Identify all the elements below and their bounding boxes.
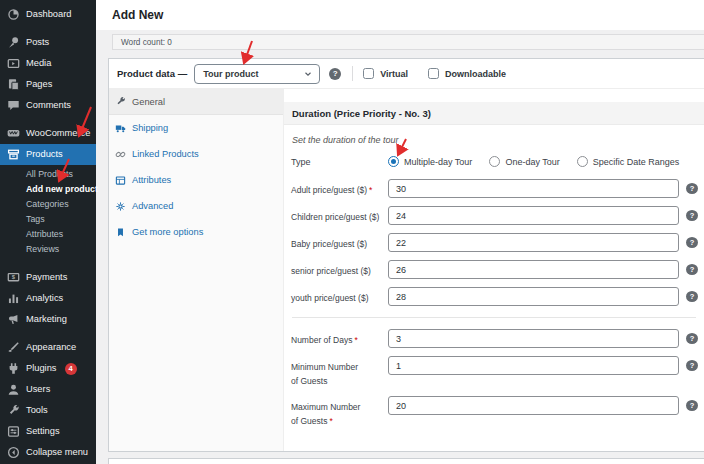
input-number-of-days[interactable] <box>388 329 679 348</box>
posts-icon <box>7 36 20 49</box>
input-maximum-number-of-guests[interactable] <box>388 396 679 415</box>
attributes-icon <box>115 175 126 186</box>
sidebar-item-users[interactable]: Users <box>0 379 96 400</box>
sidebar-item-posts[interactable]: Posts <box>0 32 96 53</box>
help-icon[interactable]: ? <box>686 333 698 344</box>
sidebar-item-label: Media <box>26 58 51 69</box>
virtual-checkbox-row[interactable]: Virtual <box>363 68 408 79</box>
input-baby-price-guest[interactable] <box>388 233 679 252</box>
tab-linked-products[interactable]: Linked Products <box>109 141 283 167</box>
appearance-icon <box>7 341 20 354</box>
tour-type-label: Type <box>291 157 388 167</box>
input-minimum-number-of-guests[interactable] <box>388 356 679 375</box>
sidebar-subitem-all-products[interactable]: All Products <box>0 166 96 181</box>
sidebar-item-dashboard[interactable]: Dashboard <box>0 4 96 25</box>
section-heading: Duration (Price Priority - No. 3) <box>284 102 704 125</box>
help-icon[interactable]: ? <box>686 360 698 371</box>
checkbox-label: Virtual <box>380 69 408 79</box>
sidebar-item-settings[interactable]: Settings <box>0 421 96 442</box>
media-icon <box>7 57 20 70</box>
product-type-select[interactable]: Tour product <box>194 64 320 84</box>
general-tab-content: Duration (Price Priority - No. 3) Set th… <box>284 89 704 451</box>
sidebar-item-label: Appearance <box>26 342 76 353</box>
input-children-price-guest[interactable] <box>388 206 679 225</box>
shipping-icon <box>115 123 126 134</box>
required-asterisk: * <box>369 185 372 195</box>
woocommerce-icon <box>7 127 20 140</box>
sidebar-item-collapse-menu[interactable]: Collapse menu <box>0 442 96 463</box>
radio-specific-date-ranges[interactable]: Specific Date Ranges <box>577 156 680 167</box>
radio-one-day-tour[interactable]: One-day Tour <box>489 156 559 167</box>
virtual-checkbox[interactable] <box>363 68 374 79</box>
help-icon[interactable]: ? <box>329 68 341 80</box>
product-type-value: Tour product <box>203 69 258 79</box>
next-panel-edge <box>108 458 704 464</box>
radio-circle[interactable] <box>388 156 399 167</box>
tab-label: General <box>132 97 165 107</box>
tab-advanced[interactable]: Advanced <box>109 193 283 219</box>
help-icon[interactable]: ? <box>686 210 698 221</box>
tab-shipping[interactable]: Shipping <box>109 115 283 141</box>
help-icon[interactable]: ? <box>686 237 698 248</box>
radio-label: One-day Tour <box>505 157 559 167</box>
sidebar-item-label: Posts <box>26 37 49 48</box>
tab-attributes[interactable]: Attributes <box>109 167 283 193</box>
sidebar-subitem-attributes[interactable]: Attributes <box>0 226 96 241</box>
general-icon <box>115 96 126 107</box>
sidebar-item-pages[interactable]: Pages <box>0 74 96 95</box>
sidebar-item-woocommerce[interactable]: WooCommerce <box>0 123 96 144</box>
sidebar-subitem-tags[interactable]: Tags <box>0 211 96 226</box>
product-type-checkboxes: VirtualDownloadable <box>363 68 506 79</box>
tab-label: Shipping <box>132 123 168 133</box>
settings-icon <box>7 425 20 438</box>
sidebar-item-analytics[interactable]: Analytics <box>0 288 96 309</box>
sidebar-item-comments[interactable]: Comments <box>0 95 96 116</box>
plugins-icon <box>7 362 20 375</box>
sidebar-subitem-add-new-product[interactable]: Add new product <box>0 181 96 196</box>
field-label: Baby price/guest ($) <box>291 233 388 252</box>
input-youth-price-guest[interactable] <box>388 287 679 306</box>
product-data-tabs: GeneralShippingLinked ProductsAttributes… <box>109 89 284 451</box>
sidebar-item-tools[interactable]: Tools <box>0 400 96 421</box>
input-senior-price-guest[interactable] <box>388 260 679 279</box>
radio-multiple-day-tour[interactable]: Multiple-day Tour <box>388 156 472 167</box>
help-icon[interactable]: ? <box>686 291 698 302</box>
collapse-menu-icon <box>7 446 20 459</box>
svg-text:$: $ <box>12 274 16 280</box>
field-label: youth price/guest ($) <box>291 287 388 306</box>
advanced-icon <box>115 201 126 212</box>
downloadable-checkbox[interactable] <box>428 68 439 79</box>
sidebar-subitem-reviews[interactable]: Reviews <box>0 241 96 256</box>
sidebar-item-media[interactable]: Media <box>0 53 96 74</box>
radio-circle[interactable] <box>577 156 588 167</box>
help-icon[interactable]: ? <box>686 183 698 194</box>
downloadable-checkbox-row[interactable]: Downloadable <box>428 68 506 79</box>
sidebar-item-plugins[interactable]: Plugins4 <box>0 358 96 379</box>
sidebar-item-label: Settings <box>26 426 60 437</box>
sidebar-item-payments[interactable]: $Payments <box>0 267 96 288</box>
tab-general[interactable]: General <box>109 89 283 115</box>
dashboard-icon <box>7 8 20 21</box>
get-more-options-icon <box>115 227 126 238</box>
radio-circle[interactable] <box>489 156 500 167</box>
payments-icon: $ <box>7 271 20 284</box>
sidebar-item-products[interactable]: Products <box>0 144 96 165</box>
sidebar-item-appearance[interactable]: Appearance <box>0 337 96 358</box>
word-count-text: Word count: 0 <box>121 38 172 47</box>
tab-label: Get more options <box>132 227 203 237</box>
input-adult-price-guest[interactable] <box>388 179 679 198</box>
sidebar-item-label: WooCommerce <box>26 128 90 139</box>
tab-label: Attributes <box>132 175 171 185</box>
products-icon <box>7 148 20 161</box>
marketing-icon <box>7 313 20 326</box>
sidebar-item-label: Dashboard <box>26 9 71 20</box>
sidebar-item-marketing[interactable]: Marketing <box>0 309 96 330</box>
sidebar-subitem-categories[interactable]: Categories <box>0 196 96 211</box>
required-asterisk: * <box>354 335 357 345</box>
help-icon[interactable]: ? <box>686 264 698 275</box>
product-data-label: Product data — <box>117 68 187 79</box>
tab-get-more-options[interactable]: Get more options <box>109 219 283 245</box>
field-label: Adult price/guest ($)* <box>291 179 388 198</box>
chevron-down-icon <box>303 69 313 79</box>
help-icon[interactable]: ? <box>686 400 698 411</box>
